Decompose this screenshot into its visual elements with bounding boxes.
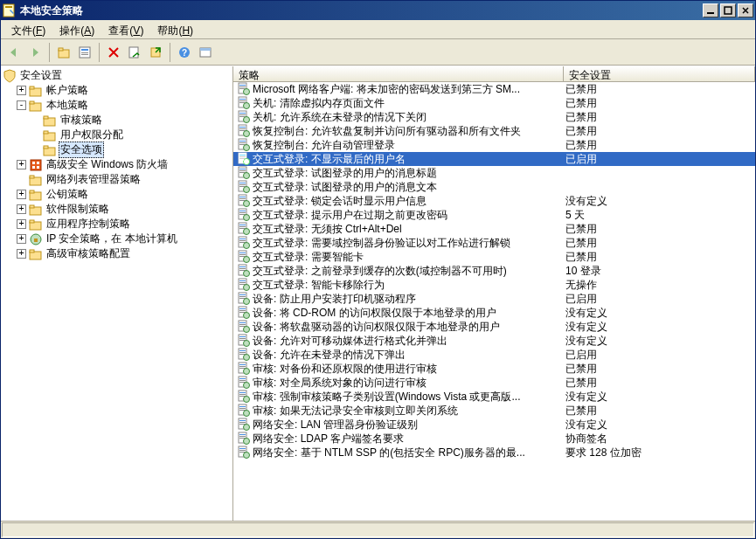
list-row[interactable]: 审核: 如果无法记录安全审核则立即关闭系统已禁用 [233,404,755,418]
tree-item[interactable]: +IP 安全策略，在 本地计算机 [3,231,231,246]
toolbar-sep2 [99,43,100,62]
svg-rect-85 [239,198,246,199]
policy-setting: 已禁用 [565,96,755,111]
tree-toggle[interactable]: - [17,100,26,110]
policy-name: 恢复控制台: 允许自动管理登录 [253,138,565,153]
refresh-button[interactable] [125,43,144,62]
list-row[interactable]: 交互式登录: 提示用户在过期之前更改密码5 天 [233,208,755,222]
svg-rect-80 [239,184,246,185]
policy-icon [237,124,251,138]
svg-rect-3 [725,7,732,14]
options-button[interactable] [196,43,215,62]
svg-point-107 [244,257,250,263]
policy-name: 交互式登录: 无须按 Ctrl+Alt+Del [253,222,565,237]
list-row[interactable]: 关机: 清除虚拟内存页面文件已禁用 [233,96,755,110]
col-setting[interactable]: 安全设置 [564,66,755,81]
list-row[interactable]: 审核: 对全局系统对象的访问进行审核已禁用 [233,376,755,390]
list-row[interactable]: 设备: 允许在未登录的情况下弹出已启用 [233,348,755,362]
list-row[interactable]: 交互式登录: 需要智能卡已禁用 [233,250,755,264]
svg-point-92 [244,215,250,221]
list-row[interactable]: 设备: 防止用户安装打印机驱动程序已启用 [233,292,755,306]
list-row[interactable]: 关机: 允许系统在未登录的情况下关闭已禁用 [233,110,755,124]
tree-toggle[interactable]: + [17,86,26,95]
tree-toggle[interactable]: + [17,160,26,169]
policy-name: 审核: 强制审核策略子类别设置(Windows Vista 或更高版... [253,390,565,404]
svg-rect-17 [30,86,34,89]
help-button[interactable]: ? [175,43,194,62]
tree-item[interactable]: +高级安全 Windows 防火墙 [3,157,231,172]
folder-icon [29,99,43,113]
tree-toggle[interactable]: + [17,219,26,229]
tree-item[interactable]: +公钥策略 [3,187,231,202]
list-row[interactable]: 交互式登录: 不显示最后的用户名已启用 [233,152,755,166]
svg-rect-42 [30,250,34,252]
folder-icon [43,143,57,157]
col-policy[interactable]: 策略 [233,66,564,81]
policy-icon [237,180,251,194]
tree-item[interactable]: +帐户策略 [3,83,231,98]
menu-help[interactable]: 帮助(H) [150,22,200,37]
tree-toggle[interactable]: + [17,249,26,259]
list-row[interactable]: 网络安全: LDAP 客户端签名要求协商签名 [233,432,755,446]
menu-action[interactable]: 操作(A) [52,22,101,37]
list-row[interactable]: 设备: 将 CD-ROM 的访问权限仅限于本地登录的用户没有定义 [233,306,755,320]
menu-file[interactable]: 文件(F) [4,22,52,37]
svg-point-157 [244,397,250,403]
menu-view[interactable]: 查看(V) [101,22,150,37]
list-row[interactable]: Microsoft 网络客户端: 将未加密的密码发送到第三方 SM...已禁用 [233,82,755,96]
svg-point-142 [244,355,250,361]
toolbar-sep3 [170,43,170,62]
tree-toggle[interactable]: + [17,190,26,199]
list-row[interactable]: 网络安全: 基于 NTLM SSP 的(包括安全 RPC)服务器的最...要求 … [233,446,755,460]
maximize-button[interactable] [720,3,736,17]
svg-rect-119 [239,294,246,295]
back-button[interactable] [4,43,24,62]
tree-item[interactable]: 用户权限分配 [3,128,231,142]
list-row[interactable]: 网络安全: LAN 管理器身份验证级别没有定义 [233,418,755,432]
tree-item[interactable]: +应用程序控制策略 [3,217,231,231]
tree-item[interactable]: 审核策略 [3,113,231,128]
policy-name: Microsoft 网络客户端: 将未加密的密码发送到第三方 SM... [253,82,565,97]
tree-item[interactable]: +软件限制策略 [3,202,231,217]
close-button[interactable] [738,3,753,17]
export-button[interactable] [146,43,165,62]
list-row[interactable]: 交互式登录: 智能卡移除行为无操作 [233,278,755,292]
tree-pane[interactable]: 安全设置+帐户策略-本地策略审核策略用户权限分配安全选项+高级安全 Window… [1,66,233,521]
policy-name: 设备: 防止用户安装打印机驱动程序 [253,292,565,307]
list-row[interactable]: 设备: 允许对可移动媒体进行格式化并弹出没有定义 [233,334,755,348]
svg-point-87 [244,201,250,207]
list-row[interactable]: 设备: 将软盘驱动器的访问权限仅限于本地登录的用户没有定义 [233,320,755,334]
tree-item[interactable]: 网络列表管理器策略 [3,172,231,187]
svg-rect-144 [239,364,246,365]
tree-item[interactable]: -本地策略 [3,98,231,113]
tree-item[interactable]: +高级审核策略配置 [3,246,231,261]
list-row[interactable]: 审核: 强制审核策略子类别设置(Windows Vista 或更高版...没有定… [233,390,755,404]
list-row[interactable]: 审核: 对备份和还原权限的使用进行审核已禁用 [233,362,755,376]
svg-rect-7 [81,49,88,51]
list-row[interactable]: 恢复控制台: 允许软盘复制并访问所有驱动器和所有文件夹已禁用 [233,124,755,138]
list-row[interactable]: 交互式登录: 需要域控制器身份验证以对工作站进行解锁已禁用 [233,236,755,250]
policy-icon [237,152,251,166]
tree-item[interactable]: 安全选项 [3,142,231,157]
delete-button[interactable] [104,43,123,62]
list-row[interactable]: 交互式登录: 无须按 Ctrl+Alt+Del已禁用 [233,222,755,236]
up-button[interactable] [54,43,73,62]
svg-rect-30 [37,166,39,169]
svg-point-97 [244,229,250,235]
list-row[interactable]: 交互式登录: 锁定会话时显示用户信息没有定义 [233,194,755,208]
list-row[interactable]: 恢复控制台: 允许自动管理登录已禁用 [233,138,755,152]
title-bar[interactable]: 本地安全策略 [1,1,755,20]
policy-icon [237,418,251,432]
svg-rect-84 [239,197,246,197]
tree-toggle[interactable]: + [17,204,26,214]
forward-button[interactable] [25,43,45,62]
list-row[interactable]: 交互式登录: 之前登录到缓存的次数(域控制器不可用时)10 登录 [233,264,755,278]
svg-rect-94 [239,225,246,225]
tree-toggle[interactable]: + [17,234,26,244]
minimize-button[interactable] [703,3,718,17]
list-row[interactable]: 交互式登录: 试图登录的用户的消息标题 [233,166,755,180]
tree-root-node[interactable]: 安全设置 [3,68,231,83]
properties-button[interactable] [75,43,94,62]
list-row[interactable]: 交互式登录: 试图登录的用户的消息文本 [233,180,755,194]
list-body[interactable]: Microsoft 网络客户端: 将未加密的密码发送到第三方 SM...已禁用关… [233,82,755,521]
